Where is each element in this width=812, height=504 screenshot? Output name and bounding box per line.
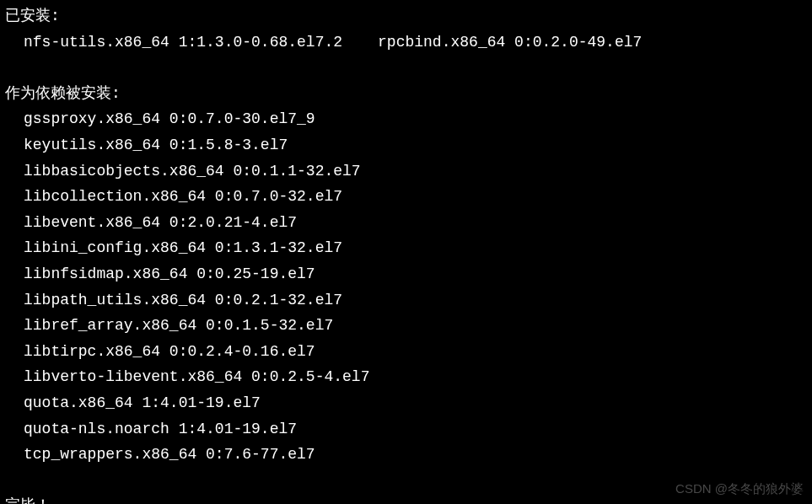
dependency-package: libpath_utils.x86_64 0:0.2.1-32.el7 — [24, 287, 807, 314]
dependency-package: gssproxy.x86_64 0:0.7.0-30.el7_9 — [24, 106, 807, 132]
dependency-package: quota.x86_64 1:4.01-19.el7 — [24, 390, 807, 416]
installed-package: rpcbind.x86_64 0:0.2.0-49.el7 — [378, 34, 642, 51]
dependency-package: libbasicobjects.x86_64 0:0.1.1-32.el7 — [24, 158, 807, 185]
installed-packages-row: nfs-utils.x86_64 1:1.3.0-0.68.el7.2rpcbi… — [5, 29, 807, 56]
dependency-package: libtirpc.x86_64 0:0.2.4-0.16.el7 — [24, 339, 807, 365]
dependency-package: libnfsidmap.x86_64 0:0.25-19.el7 — [24, 261, 807, 287]
dependencies-header: 作为依赖被安装: — [5, 81, 807, 107]
dependency-package: quota-nls.noarch 1:4.01-19.el7 — [24, 416, 807, 442]
dependency-package: libverto-libevent.x86_64 0:0.2.5-4.el7 — [24, 364, 807, 390]
installed-package: nfs-utils.x86_64 1:1.3.0-0.68.el7.2 — [24, 34, 342, 51]
dependency-package: keyutils.x86_64 0:1.5.8-3.el7 — [24, 132, 807, 158]
watermark: CSDN @冬冬的狼外婆 — [675, 478, 804, 500]
dependency-package-list: gssproxy.x86_64 0:0.7.0-30.el7_9 keyutil… — [5, 106, 807, 467]
dependency-package: libcollection.x86_64 0:0.7.0-32.el7 — [24, 184, 807, 210]
dependency-package: tcp_wrappers.x86_64 0:7.6-77.el7 — [24, 442, 807, 468]
dependency-package: libevent.x86_64 0:2.0.21-4.el7 — [24, 210, 807, 236]
terminal-output: 已安装: nfs-utils.x86_64 1:1.3.0-0.68.el7.2… — [5, 3, 807, 504]
dependency-package: libref_array.x86_64 0:0.1.5-32.el7 — [24, 313, 807, 339]
dependency-package: libini_config.x86_64 0:1.3.1-32.el7 — [24, 235, 807, 261]
blank-line — [5, 55, 807, 81]
installed-header: 已安装: — [5, 3, 807, 29]
